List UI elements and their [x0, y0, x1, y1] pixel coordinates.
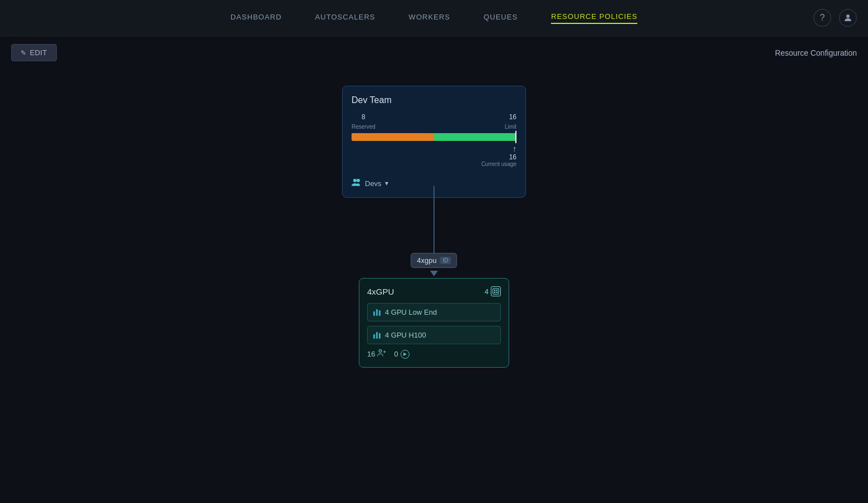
progress-area: 8 Reserved 16 Limit ↑ 16 Current usage [352, 113, 516, 167]
devs-dropdown-arrow[interactable]: ▾ [385, 179, 388, 187]
progress-track [352, 133, 516, 141]
gpu-node-label: 4xgpu [417, 256, 436, 265]
nav-item-workers[interactable]: WORKERS [409, 13, 450, 23]
workers-icon [377, 349, 386, 359]
reserved-label: 8 Reserved [352, 113, 376, 131]
user-avatar[interactable] [839, 9, 857, 27]
bar-2-2 [376, 332, 378, 339]
gpu-card-title: 4xGPU [367, 287, 394, 296]
svg-rect-3 [493, 289, 499, 295]
resource-config-link[interactable]: Resource Configuration [775, 48, 857, 57]
nav-item-queues[interactable]: QUEUES [484, 13, 518, 23]
limit-num: 16 [505, 113, 516, 121]
help-icon[interactable]: ? [813, 9, 831, 27]
progress-fill-orange [352, 133, 434, 141]
toolbar: ✎ EDIT Resource Configuration [0, 36, 868, 69]
devs-icon [352, 178, 362, 188]
current-usage-num: 16 [509, 153, 516, 161]
play-icon: ▶ [401, 350, 409, 359]
svg-point-1 [353, 179, 357, 182]
svg-rect-6 [494, 292, 495, 293]
gpu-bars-icon-2 [373, 332, 381, 339]
nav-item-dashboard[interactable]: DASHBOARD [231, 13, 282, 23]
devs-label: Devs [365, 179, 382, 188]
bar-2 [376, 309, 378, 316]
gpu-card: 4xGPU 4 4 GPU L [359, 278, 509, 368]
svg-rect-4 [494, 290, 495, 291]
limit-text: Limit [505, 124, 516, 130]
gpu-item-low-end-label: 4 GPU Low End [385, 308, 437, 316]
bar-1 [373, 311, 375, 316]
gpu-bars-icon [373, 309, 381, 316]
gpu-id-badge: ID [440, 257, 451, 264]
gpu-item-low-end: 4 GPU Low End [367, 303, 501, 321]
nav-item-autoscalers[interactable]: AUTOSCALERS [315, 13, 376, 23]
gpu-count-badge: 4 [485, 286, 501, 296]
top-navigation: DASHBOARD AUTOSCALERS WORKERS QUEUES RES… [0, 0, 868, 36]
svg-point-8 [379, 350, 382, 353]
bar-3-2 [379, 333, 381, 339]
gpu-count-num: 4 [485, 287, 489, 296]
edit-icon: ✎ [21, 49, 26, 57]
svg-point-2 [357, 179, 360, 182]
gpu-id-text: ID [443, 257, 448, 263]
connector-line-top [433, 186, 435, 253]
running-count: 0 [394, 350, 398, 358]
bar-3 [379, 310, 381, 316]
svg-point-0 [846, 14, 850, 18]
gpu-card-footer: 16 0 ▶ [367, 349, 501, 359]
nav-right-icons: ? [813, 9, 857, 27]
gpu-item-h100: 4 GPU H100 [367, 326, 501, 344]
nav-item-resource-policies[interactable]: RESOURCE POLICIES [551, 12, 637, 24]
gpu-count-icon [491, 286, 501, 296]
main-content: Dev Team 8 Reserved 16 Limit ↑ 16 [0, 69, 868, 503]
reserved-text: Reserved [352, 124, 376, 130]
gpu-item-h100-label: 4 GPU H100 [385, 331, 426, 339]
nav-items: DASHBOARD AUTOSCALERS WORKERS QUEUES RES… [231, 12, 637, 24]
gpu-label-node: 4xgpu ID [411, 253, 457, 268]
edit-button[interactable]: ✎ EDIT [11, 44, 57, 61]
svg-rect-7 [496, 292, 498, 293]
svg-rect-5 [496, 290, 498, 291]
progress-marker [515, 131, 516, 143]
current-usage-label: Current usage [481, 161, 516, 167]
running-stat: 0 ▶ [394, 350, 409, 359]
dev-team-title: Dev Team [352, 95, 516, 105]
reserved-num: 8 [352, 113, 376, 121]
workers-count: 16 [367, 350, 375, 358]
dev-team-card: Dev Team 8 Reserved 16 Limit ↑ 16 [342, 86, 526, 198]
current-usage-area: ↑ 16 Current usage [352, 144, 516, 167]
limit-label: 16 Limit [505, 113, 516, 131]
bar-1-2 [373, 334, 375, 339]
workers-stat: 16 [367, 349, 386, 359]
arrow-down-connector [430, 271, 438, 276]
progress-labels: 8 Reserved 16 Limit [352, 113, 516, 131]
edit-label: EDIT [30, 48, 47, 57]
current-usage-arrow: ↑ [513, 144, 516, 153]
gpu-card-header: 4xGPU 4 [367, 286, 501, 296]
